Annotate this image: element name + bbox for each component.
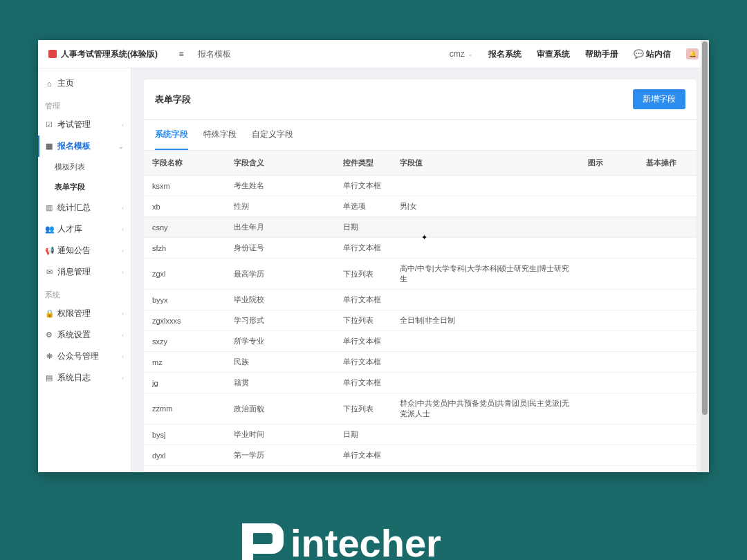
table-row[interactable]: jg籍贯单行文本框 (144, 373, 697, 393)
card-header: 表单字段 新增字段 (144, 80, 697, 119)
sidebar-stats[interactable]: ▥ 统计汇总 ‹ (38, 197, 131, 218)
cell-name: sxzy (144, 331, 225, 352)
add-field-button[interactable]: 新增字段 (633, 89, 685, 109)
cell-type: 单行文本框 (335, 445, 391, 466)
cell-meaning: 毕业院校 (225, 290, 334, 310)
table-row[interactable]: byyx毕业院校单行文本框 (144, 290, 697, 310)
cell-illus (580, 238, 638, 259)
table-row[interactable]: dyxl第一学历单行文本框 (144, 445, 697, 466)
cell-action (638, 259, 697, 290)
cell-value (391, 217, 580, 238)
table-row[interactable]: ksxm考生姓名单行文本框 (144, 176, 697, 196)
cell-name: csny (144, 217, 225, 238)
cell-value (391, 238, 580, 259)
scrollbar-track[interactable] (701, 40, 709, 472)
table-row[interactable]: bysj毕业时间日期 (144, 424, 697, 445)
cell-value (391, 352, 580, 373)
gear-icon: ⚙ (45, 330, 53, 339)
cell-value: 全日制|非全日制 (391, 310, 580, 331)
cell-name: jg (144, 373, 225, 393)
cell-type: 日期 (335, 424, 391, 445)
people-icon: 👥 (45, 225, 53, 234)
tab-system-fields[interactable]: 系统字段 (155, 120, 188, 150)
cell-illus (580, 259, 638, 290)
nav-review-system[interactable]: 审查系统 (537, 48, 570, 60)
chevron-down-icon: ⌄ (468, 50, 473, 57)
lock-icon: 🔒 (45, 309, 53, 318)
table-row[interactable]: zgxlxxxs学习形式下拉列表全日制|非全日制 (144, 310, 697, 331)
table-row[interactable]: mz民族单行文本框 (144, 352, 697, 373)
nav-inbox[interactable]: 💬 站内信 (634, 48, 671, 60)
field-tabs: 系统字段 特殊字段 自定义字段 (144, 120, 697, 151)
chevron-left-icon: ‹ (122, 310, 124, 317)
sidebar: ⌂ 主页 管理 ☑ 考试管理 ‹ ▦ 报名模板 ⌄ 模板列表 表单字段 ▥ 统计… (38, 68, 131, 472)
sidebar-message[interactable]: ✉ 消息管理 ‹ (38, 261, 131, 283)
table-row[interactable]: sxzy所学专业单行文本框 (144, 331, 697, 352)
cell-action (638, 466, 697, 473)
cell-name: dyxl (144, 445, 225, 466)
table-row[interactable]: sfzh身份证号单行文本框 (144, 238, 697, 259)
table-row[interactable]: zzmm政治面貌下拉列表群众|中共党员|中共预备党员|共青团员|民主党派|无党派… (144, 393, 697, 424)
cell-type: 单行文本框 (335, 331, 391, 352)
cell-type: 单选项 (335, 196, 391, 217)
megaphone-icon: 📢 (45, 246, 53, 255)
check-icon: ☑ (45, 120, 53, 129)
cell-meaning: 最高学历 (225, 259, 334, 290)
table-row[interactable]: csny出生年月日期 (144, 217, 697, 238)
tab-special-fields[interactable]: 特殊字段 (203, 120, 237, 150)
col-field-meaning: 字段含义 (225, 151, 334, 176)
cell-name: sfzh (144, 238, 225, 259)
sidebar-exam-manage[interactable]: ☑ 考试管理 ‹ (38, 114, 131, 136)
sidebar-wechat[interactable]: ❋ 公众号管理 ‹ (38, 346, 131, 367)
cell-illus (580, 217, 638, 238)
cell-type: 单行文本框 (335, 373, 391, 393)
cell-value (391, 424, 580, 445)
cell-meaning: 身份证号 (225, 238, 334, 259)
sidebar-signup-template[interactable]: ▦ 报名模板 ⌄ (38, 136, 131, 157)
sidebar-permission[interactable]: 🔒 权限管理 ‹ (38, 303, 131, 324)
col-field-value: 字段值 (391, 151, 580, 176)
chevron-left-icon: ‹ (122, 122, 124, 129)
sidebar-template-list[interactable]: 模板列表 (38, 157, 131, 177)
table-row[interactable]: zgxl最高学历下拉列表高中/中专|大学专科|大学本科|硕士研究生|博士研究生 (144, 259, 697, 290)
tab-custom-fields[interactable]: 自定义字段 (252, 120, 293, 150)
nav-help[interactable]: 帮助手册 (585, 48, 618, 60)
user-dropdown[interactable]: cmz ⌄ (450, 49, 473, 59)
cell-type: 单行文本框 (335, 238, 391, 259)
cell-value (391, 290, 580, 310)
cell-illus (580, 196, 638, 217)
sidebar-home[interactable]: ⌂ 主页 (38, 73, 131, 94)
body-wrap: ⌂ 主页 管理 ☑ 考试管理 ‹ ▦ 报名模板 ⌄ 模板列表 表单字段 ▥ 统计… (38, 68, 709, 472)
cell-action (638, 290, 697, 310)
table-row[interactable]: dyxlxxxs第一学历学习形式单行文本框 (144, 466, 697, 473)
nav-signup-system[interactable]: 报名系统 (488, 48, 522, 60)
sidebar-form-fields[interactable]: 表单字段 (38, 177, 131, 197)
cell-illus (580, 352, 638, 373)
scrollbar-thumb[interactable] (702, 41, 708, 415)
cell-type: 下拉列表 (335, 393, 391, 424)
cell-meaning: 性别 (225, 196, 334, 217)
sidebar-notice[interactable]: 📢 通知公告 ‹ (38, 240, 131, 261)
svg-text:intecher: intecher (290, 521, 441, 560)
template-icon: ▦ (45, 142, 53, 151)
cell-meaning: 所学专业 (225, 331, 334, 352)
menu-toggle-icon[interactable]: ≡ (174, 49, 188, 59)
chevron-left-icon: ‹ (122, 353, 124, 360)
cell-illus (580, 176, 638, 196)
sidebar-talent[interactable]: 👥 人才库 ‹ (38, 218, 131, 240)
chevron-left-icon: ‹ (122, 205, 124, 212)
cell-action (638, 393, 697, 424)
cell-name: xb (144, 196, 225, 217)
app-title: 人事考试管理系统(体验版) (61, 48, 158, 60)
bell-icon[interactable]: 🔔 (686, 48, 699, 59)
sidebar-log[interactable]: ▤ 系统日志 ‹ (38, 367, 131, 389)
cell-illus (580, 466, 638, 473)
table-row[interactable]: xb性别单选项男|女 (144, 196, 697, 217)
cell-name: zgxl (144, 259, 225, 290)
cell-meaning: 第一学历学习形式 (225, 466, 334, 473)
chevron-left-icon: ‹ (122, 226, 124, 233)
sidebar-settings[interactable]: ⚙ 系统设置 ‹ (38, 324, 131, 346)
cell-name: ksxm (144, 176, 225, 196)
envelope-icon: ✉ (45, 268, 53, 277)
cell-illus (580, 290, 638, 310)
